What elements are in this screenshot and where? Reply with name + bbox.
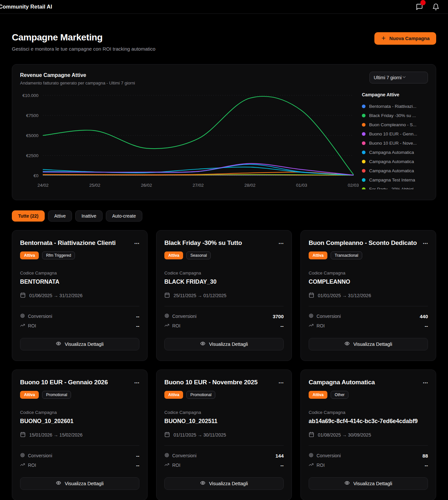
- view-details-button[interactable]: Visualizza Dettagli: [309, 338, 428, 350]
- legend-item[interactable]: Buono 10 EUR - Genn...: [362, 129, 421, 138]
- new-campaign-label: Nuova Campagna: [389, 36, 430, 41]
- roi-value: --: [280, 323, 284, 329]
- filter-tab[interactable]: Inattive: [75, 210, 103, 222]
- legend-item[interactable]: Bentornata - Riattivazi...: [362, 102, 421, 111]
- svg-text:€7500: €7500: [26, 113, 38, 118]
- campaign-title: Campagna Automatica: [309, 378, 375, 387]
- card-menu-button[interactable]: ...: [134, 238, 139, 248]
- view-details-button[interactable]: Visualizza Dettagli: [309, 477, 428, 490]
- card-menu-button[interactable]: ...: [134, 378, 139, 387]
- legend-item-label: Buon Compleanno - S...: [369, 122, 416, 127]
- chart-legend: Campagne Attive Bentornata - Riattivazi.…: [359, 91, 421, 189]
- campaign-code: ab14a69c-8cf4-414c-bc3c-7ed6e4cdabf9: [309, 417, 428, 426]
- legend-item[interactable]: Campagna Automatica: [362, 157, 421, 166]
- card-menu-button[interactable]: ...: [278, 378, 284, 387]
- roi-label: ROI: [28, 323, 36, 328]
- date-range-value: Ultimi 7 giorni: [374, 75, 402, 80]
- topbar-icons: [416, 3, 439, 11]
- page-header: Campagne Marketing Gestisci e monitora l…: [12, 32, 436, 52]
- conversions-value: 144: [275, 453, 284, 459]
- date-range-select[interactable]: Ultimi 7 giorni: [369, 72, 428, 83]
- legend-color-dot: [362, 151, 365, 154]
- campaign-code: COMPLEANNO: [309, 277, 428, 286]
- conversions-label: Conversioni: [28, 314, 52, 319]
- view-details-label: Visualizza Dettagli: [209, 481, 248, 486]
- roi-row: ROI --: [164, 461, 284, 470]
- trending-up-icon: [164, 323, 169, 329]
- svg-text:28/02: 28/02: [244, 183, 255, 188]
- view-details-label: Visualizza Dettagli: [209, 342, 248, 347]
- svg-text:27/02: 27/02: [193, 183, 204, 188]
- bell-icon: [432, 3, 439, 11]
- legend-color-dot: [362, 160, 365, 163]
- svg-text:25/02: 25/02: [89, 183, 100, 188]
- filter-tab[interactable]: Attive: [48, 210, 72, 222]
- legend-color-dot: [362, 141, 365, 145]
- target-icon: [20, 453, 25, 459]
- divider: [164, 445, 284, 446]
- legend-item-label: Buono 10 EUR - Genn...: [369, 131, 417, 136]
- plus-icon: [381, 36, 386, 42]
- status-badge: Attiva: [164, 391, 183, 399]
- page-subtitle: Gestisci e monitora le tue campagne con …: [12, 46, 155, 52]
- chevron-down-icon: [402, 75, 407, 81]
- view-details-button[interactable]: Visualizza Dettagli: [164, 338, 284, 350]
- target-icon: [20, 313, 25, 319]
- conversions-row: Conversioni --: [20, 312, 139, 321]
- notifications-button[interactable]: [432, 3, 439, 11]
- card-menu-button[interactable]: ...: [423, 378, 428, 387]
- calendar-icon: [20, 432, 26, 438]
- svg-text:24/02: 24/02: [37, 183, 49, 188]
- date-range: 01/01/2025 → 31/12/2026: [318, 293, 371, 298]
- new-campaign-button[interactable]: Nuova Campagna: [374, 32, 436, 45]
- conversions-value: --: [136, 314, 139, 319]
- legend-item-label: Campagna Test Interna: [369, 178, 415, 182]
- campaign-title: Bentornata - Riattivazione Clienti: [20, 238, 116, 248]
- filter-tab[interactable]: Auto-create: [106, 210, 142, 222]
- view-details-button[interactable]: Visualizza Dettagli: [164, 477, 284, 490]
- conversions-row: Conversioni 440: [309, 312, 428, 321]
- legend-title: Campagne Attive: [362, 92, 421, 97]
- target-icon: [309, 313, 314, 319]
- conversions-value: 440: [420, 314, 428, 319]
- roi-row: ROI --: [309, 321, 428, 331]
- conversions-row: Conversioni 3700: [164, 312, 284, 321]
- type-badge: Transactional: [331, 251, 362, 259]
- conversions-value: --: [136, 453, 139, 459]
- campaign-code: BUONO_10_202511: [164, 417, 284, 426]
- date-range: 01/11/2025 → 30/11/2025: [174, 432, 226, 438]
- campaign-title: Buono 10 EUR - Gennaio 2026: [20, 378, 108, 387]
- legend-item[interactable]: Black Friday -30% su ...: [362, 111, 421, 120]
- messages-button[interactable]: [416, 3, 423, 11]
- filter-tab[interactable]: Tutte (22): [12, 210, 45, 222]
- eye-icon: [56, 341, 61, 347]
- divider: [20, 445, 139, 446]
- campaign-code: BLACK FRIDAY_30: [164, 277, 284, 286]
- legend-item[interactable]: Buono 10 EUR - Nove...: [362, 138, 421, 148]
- legend-item[interactable]: For Party - 20% Abbigl...: [362, 184, 421, 189]
- calendar-icon: [164, 432, 170, 438]
- roi-value: --: [425, 323, 428, 329]
- legend-item[interactable]: Campagna Automatica: [362, 166, 421, 175]
- view-details-button[interactable]: Visualizza Dettagli: [20, 477, 139, 490]
- page-title: Campagne Marketing: [12, 32, 155, 43]
- calendar-icon: [309, 432, 314, 438]
- svg-text:02/03: 02/03: [348, 183, 359, 188]
- legend-item[interactable]: Campagna Automatica: [362, 148, 421, 157]
- card-menu-button[interactable]: ...: [278, 238, 284, 248]
- code-label: Codice Campagna: [164, 410, 284, 415]
- trending-up-icon: [309, 323, 314, 329]
- legend-item[interactable]: Campagna Test Interna: [362, 175, 421, 184]
- card-menu-button[interactable]: ...: [423, 238, 428, 248]
- legend-color-dot: [362, 132, 365, 136]
- svg-text:€10.000: €10.000: [22, 93, 38, 98]
- eye-icon: [200, 341, 205, 347]
- date-range: 25/11/2025 → 01/12/2025: [174, 293, 226, 298]
- conversions-value: 88: [422, 453, 428, 459]
- roi-row: ROI --: [164, 321, 284, 331]
- calendar-icon: [164, 292, 170, 299]
- view-details-button[interactable]: Visualizza Dettagli: [20, 338, 139, 350]
- conversions-label: Conversioni: [172, 314, 197, 319]
- legend-item[interactable]: Buon Compleanno - S...: [362, 120, 421, 129]
- type-badge: Seasonal: [186, 251, 211, 259]
